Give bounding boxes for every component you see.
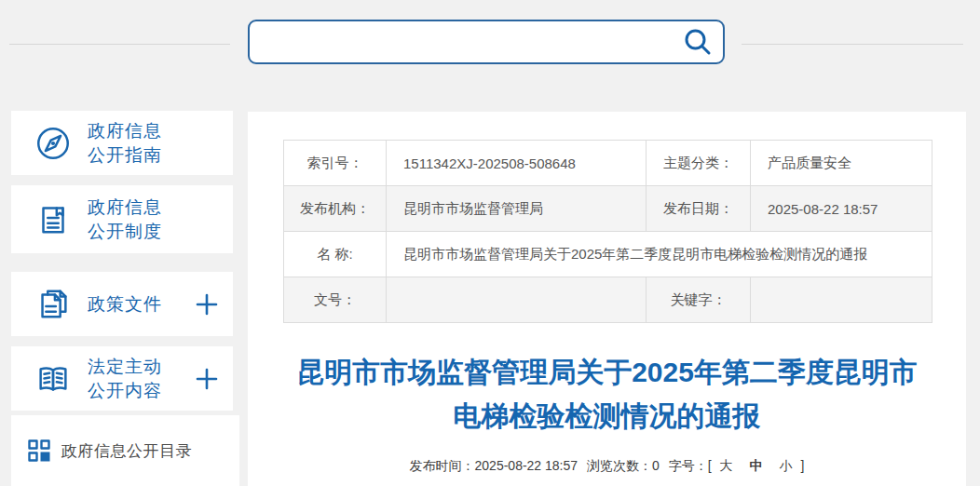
search-input[interactable]: [250, 21, 682, 62]
page: 政府信息 公开指南 政府信息 公开制度: [0, 0, 980, 486]
topic-value: 产品质量安全: [751, 141, 932, 186]
publisher-label: 发布机构：: [284, 186, 387, 232]
keyword-value: [751, 277, 932, 323]
publisher-value: 昆明市市场监督管理局: [387, 186, 647, 232]
bracket-close: ]: [801, 458, 805, 473]
name-value: 昆明市市场监督管理局关于2025年第二季度昆明市电梯检验检测情况的通报: [387, 232, 932, 277]
sidebar-item-gov-info-guide[interactable]: 政府信息 公开指南: [11, 111, 233, 175]
table-row: 文号： 关键字：: [284, 277, 932, 323]
sidebar-item-gov-info-system[interactable]: 政府信息 公开制度: [11, 185, 233, 253]
top-search-bar: [0, 0, 980, 112]
plus-icon[interactable]: [196, 368, 218, 390]
fontsize-medium-button[interactable]: 中: [750, 458, 763, 473]
sidebar-item-statutory-disclosure[interactable]: 法定主动 公开内容: [11, 346, 233, 411]
table-row: 名 称: 昆明市市场监督管理局关于2025年第二季度昆明市电梯检验检测情况的通报: [284, 232, 932, 277]
search-icon[interactable]: [682, 26, 714, 58]
sidebar-item-label: 政府信息 公开指南: [88, 119, 162, 168]
sidebar-item-gov-info-catalog[interactable]: 政府信息公开目录: [11, 415, 239, 486]
search-box: [248, 20, 725, 64]
bracket-open: [: [708, 458, 712, 473]
grid-icon: [28, 439, 50, 462]
views-label: 浏览次数：: [587, 458, 652, 473]
main-content-panel: 索引号： 1511342XJ-202508-508648 主题分类： 产品质量安…: [248, 112, 966, 486]
sidebar-item-label: 政策文件: [88, 292, 162, 317]
docnum-label: 文号：: [284, 277, 387, 323]
topic-label: 主题分类：: [647, 141, 751, 186]
open-book-icon: [34, 359, 73, 398]
article-meta-line: 发布时间：2025-08-22 18:57 浏览次数：0 字号：[大中小]: [248, 458, 966, 475]
date-value: 2025-08-22 18:57: [751, 186, 932, 232]
fontsize-large-button[interactable]: 大: [720, 458, 733, 473]
keyword-label: 关键字：: [647, 277, 751, 323]
notebook-icon: [34, 200, 73, 239]
publish-time-label: 发布时间：: [410, 458, 475, 473]
table-row: 发布机构： 昆明市市场监督管理局 发布日期： 2025-08-22 18:57: [284, 186, 932, 232]
compass-icon: [34, 124, 73, 163]
sidebar-item-label: 政府信息 公开制度: [88, 196, 162, 244]
sidebar-item-policy-documents[interactable]: 政策文件: [11, 272, 233, 336]
documents-icon: [34, 285, 73, 324]
fontsize-small-button[interactable]: 小: [780, 458, 793, 473]
index-label: 索引号：: [284, 141, 387, 186]
date-label: 发布日期：: [647, 186, 751, 232]
document-meta-table: 索引号： 1511342XJ-202508-508648 主题分类： 产品质量安…: [283, 140, 932, 323]
page-title: 昆明市市场监督管理局关于2025年第二季度昆明市电梯检验检测情况的通报: [248, 350, 966, 438]
docnum-value: [387, 277, 647, 323]
sidebar-item-label: 政府信息公开目录: [61, 440, 192, 462]
divider-line-left: [9, 44, 230, 45]
name-label: 名 称:: [284, 232, 387, 277]
index-value: 1511342XJ-202508-508648: [387, 141, 647, 186]
views-value: 0: [652, 458, 660, 473]
divider-line-right: [742, 44, 963, 45]
plus-icon[interactable]: [196, 293, 218, 316]
sidebar-item-label: 法定主动 公开内容: [88, 355, 162, 403]
publish-time-value: 2025-08-22 18:57: [475, 458, 578, 473]
fontsize-label: 字号：: [669, 458, 708, 473]
table-row: 索引号： 1511342XJ-202508-508648 主题分类： 产品质量安…: [284, 141, 932, 186]
